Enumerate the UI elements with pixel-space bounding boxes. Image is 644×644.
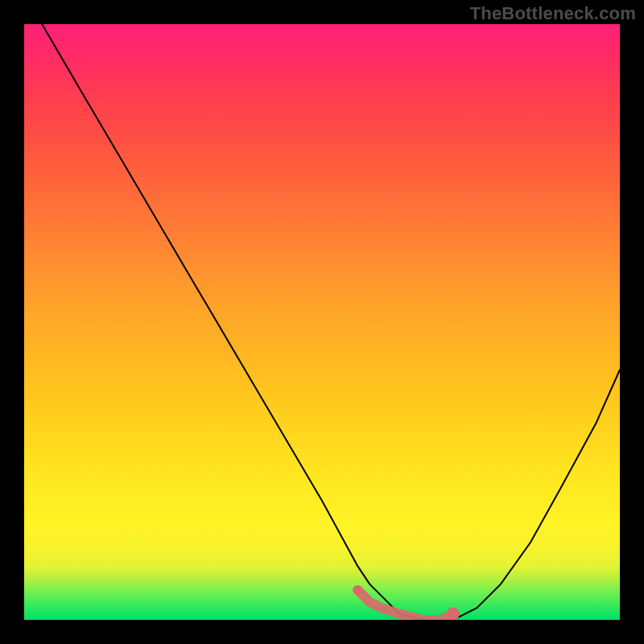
optimal-band (357, 590, 452, 620)
optimal-start-dot (353, 585, 362, 595)
optimal-end-dot (447, 608, 460, 620)
plot-area (24, 24, 620, 620)
bottleneck-curve (42, 24, 620, 620)
watermark: TheBottleneck.com (470, 3, 636, 24)
chart-overlay (24, 24, 620, 620)
chart-frame: TheBottleneck.com (0, 0, 644, 644)
